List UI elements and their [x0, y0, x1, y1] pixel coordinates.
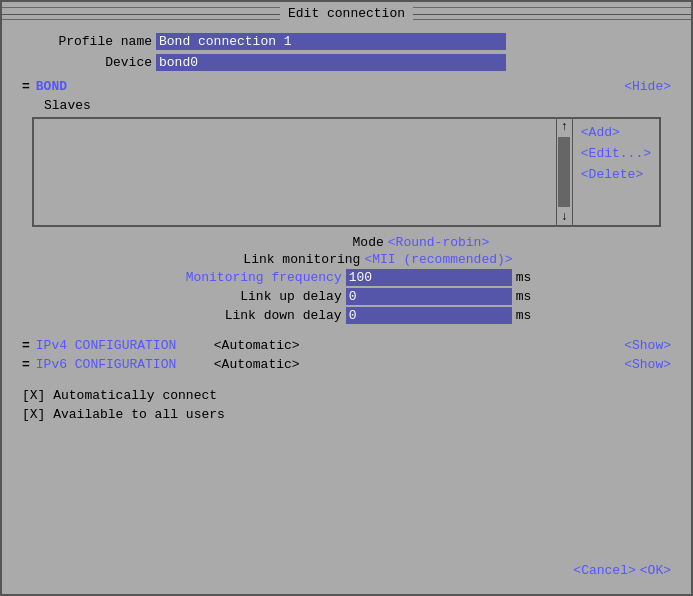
bond-marker: = — [22, 79, 30, 94]
link-up-delay-row: Link up delay ms — [22, 288, 671, 305]
cancel-button[interactable]: <Cancel> — [573, 563, 635, 578]
link-monitoring-row: Link monitoring <MII (recommended)> — [22, 252, 671, 267]
slaves-box: ↑ ↓ <Add> <Edit...> <Delete> — [32, 117, 661, 227]
scroll-thumb — [558, 137, 570, 207]
all-users-row[interactable]: [X] Available to all users — [22, 407, 671, 422]
all-users-label: [X] Available to all users — [22, 407, 225, 422]
slaves-scrollbar: ↑ ↓ — [556, 119, 572, 225]
window-title: Edit connection — [280, 6, 413, 21]
ipv6-config-row: = IPv6 CONFIGURATION <Automatic> <Show> — [22, 357, 671, 372]
device-row: Device — [22, 54, 671, 71]
link-down-delay-row: Link down delay ms — [22, 307, 671, 324]
bond-hide-btn[interactable]: <Hide> — [624, 79, 671, 94]
device-input[interactable] — [156, 54, 506, 71]
link-down-delay-label: Link down delay — [162, 308, 342, 323]
link-up-delay-input[interactable] — [346, 288, 512, 305]
device-label: Device — [22, 55, 152, 70]
profile-name-input[interactable] — [156, 33, 506, 50]
bond-title: BOND — [36, 79, 67, 94]
link-monitoring-value[interactable]: <MII (recommended)> — [364, 252, 512, 267]
ipv6-value: <Automatic> — [214, 357, 300, 372]
link-down-delay-input[interactable] — [346, 307, 512, 324]
main-content: Profile name Device = BOND <Hide> Slaves… — [2, 25, 691, 434]
bond-section-header: = BOND <Hide> — [22, 79, 671, 94]
mode-row: Mode <Round-robin> — [22, 235, 671, 250]
auto-connect-row[interactable]: [X] Automatically connect — [22, 388, 671, 403]
delete-btn[interactable]: <Delete> — [573, 165, 659, 184]
monitoring-freq-row: Monitoring frequency ms — [22, 269, 671, 286]
monitoring-freq-unit: ms — [516, 270, 532, 285]
profile-name-label: Profile name — [22, 34, 152, 49]
scroll-down-arrow[interactable]: ↓ — [559, 209, 570, 225]
add-btn[interactable]: <Add> — [573, 123, 659, 142]
monitoring-freq-label: Monitoring frequency — [162, 270, 342, 285]
ipv4-config-row: = IPv4 CONFIGURATION <Automatic> <Show> — [22, 338, 671, 353]
title-bar: Edit connection — [2, 2, 691, 25]
ipv4-show-btn[interactable]: <Show> — [624, 338, 671, 353]
mode-value[interactable]: <Round-robin> — [388, 235, 489, 250]
link-up-delay-label: Link up delay — [162, 289, 342, 304]
ok-button[interactable]: <OK> — [640, 563, 671, 578]
bottom-buttons: <Cancel> <OK> — [573, 563, 671, 578]
edit-connection-window: Edit connection Profile name Device = BO… — [0, 0, 693, 596]
link-monitoring-label: Link monitoring — [180, 252, 360, 267]
slaves-label: Slaves — [44, 98, 671, 113]
scroll-up-arrow[interactable]: ↑ — [559, 119, 570, 135]
ipv6-title: IPv6 CONFIGURATION — [36, 357, 206, 372]
monitoring-freq-input[interactable] — [346, 269, 512, 286]
ipv4-title: IPv4 CONFIGURATION — [36, 338, 206, 353]
ipv4-marker: = — [22, 338, 30, 353]
profile-name-row: Profile name — [22, 33, 671, 50]
slaves-actions: <Add> <Edit...> <Delete> — [572, 119, 659, 225]
ipv6-marker: = — [22, 357, 30, 372]
mode-label: Mode — [204, 235, 384, 250]
link-up-delay-unit: ms — [516, 289, 532, 304]
ipv6-show-btn[interactable]: <Show> — [624, 357, 671, 372]
edit-btn[interactable]: <Edit...> — [573, 144, 659, 163]
link-down-delay-unit: ms — [516, 308, 532, 323]
ipv4-value: <Automatic> — [214, 338, 300, 353]
auto-connect-label: [X] Automatically connect — [22, 388, 217, 403]
slaves-list — [34, 119, 556, 225]
